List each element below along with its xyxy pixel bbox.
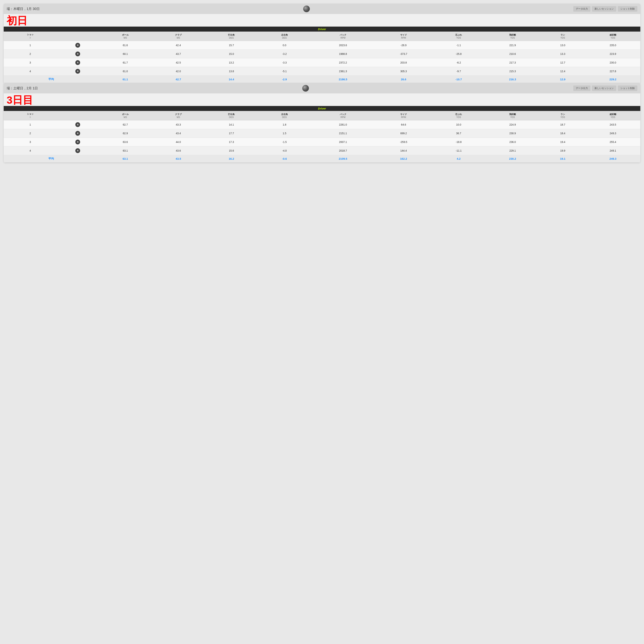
cell-r2-c5: -1.5 bbox=[258, 138, 311, 146]
cell-r3-c0: 4 bbox=[4, 146, 57, 155]
cell-r0-c3: 43.3 bbox=[152, 120, 205, 129]
cell-r1-c10: 13.3 bbox=[540, 50, 586, 58]
btn-新しいセッション[interactable]: 新しいセッション bbox=[592, 6, 616, 12]
cell-r0-c7: -28.9 bbox=[375, 41, 432, 50]
cell-r1-c11: 223.9 bbox=[585, 50, 640, 58]
cell-r0-c0: 1 bbox=[4, 41, 57, 50]
avg-cell-11: 229.2 bbox=[585, 76, 640, 83]
session-header: 場：木曜日，1月 30日データ出力新しいセッションショット削除 bbox=[4, 4, 640, 14]
cell-r0-c6: 2023.6 bbox=[311, 41, 375, 50]
avg-cell-9: 230.2 bbox=[485, 155, 540, 162]
cell-r1-c6: 1988.8 bbox=[311, 50, 375, 58]
col-header-4: 打出角DEG bbox=[205, 32, 258, 41]
cell-r1-c10: 18.4 bbox=[540, 129, 586, 138]
cell-r1-c0: 2 bbox=[4, 129, 57, 138]
col-header-11: 総距離YDS bbox=[585, 32, 640, 41]
avg-cell-8: -10.7 bbox=[432, 76, 485, 83]
btn-ショット削除[interactable]: ショット削除 bbox=[618, 6, 637, 12]
cell-r2-c11: 255.4 bbox=[585, 138, 640, 146]
day-label-text: 初日 bbox=[7, 16, 637, 26]
avg-cell-0: 平均 bbox=[4, 155, 99, 162]
cell-r1-c2: 62.9 bbox=[99, 129, 152, 138]
ball-badge: R bbox=[75, 131, 80, 136]
btn-ショット削除[interactable]: ショット削除 bbox=[618, 85, 637, 91]
cell-r0-c8: 10.0 bbox=[432, 120, 485, 129]
avg-cell-5: -2.9 bbox=[258, 76, 311, 83]
cell-r1-c1: R bbox=[57, 50, 99, 58]
cell-r1-c6: 2151.1 bbox=[311, 129, 375, 138]
cell-r0-c11: 243.5 bbox=[585, 120, 640, 129]
cell-r0-c9: 224.9 bbox=[485, 120, 540, 129]
club-bar: Driver bbox=[4, 106, 640, 111]
session-card-2: 場：土曜日，2月 1日データ出力新しいセッションショット削除3日目Driverシ… bbox=[4, 83, 640, 162]
cell-r1-c8: 36.7 bbox=[432, 129, 485, 138]
cell-r0-c1: R bbox=[57, 120, 99, 129]
col-header-7: サイドRPM bbox=[375, 32, 432, 41]
avg-cell-10: 12.9 bbox=[540, 76, 586, 83]
cell-r1-c5: -3.2 bbox=[258, 50, 311, 58]
ball-badge: R bbox=[75, 148, 80, 153]
cell-r2-c6: 2007.1 bbox=[311, 138, 375, 146]
cell-r3-c1: R bbox=[57, 146, 99, 155]
cell-r1-c3: 43.4 bbox=[152, 129, 205, 138]
col-header-6: バックRPM bbox=[311, 32, 375, 41]
cell-r2-c7: 203.8 bbox=[375, 58, 432, 67]
cell-r2-c8: -6.2 bbox=[432, 58, 485, 67]
cell-r3-c4: 15.6 bbox=[205, 146, 258, 155]
col-header-1 bbox=[57, 32, 99, 41]
header-buttons: データ出力新しいセッションショット削除 bbox=[573, 85, 637, 91]
cell-r0-c8: -1.1 bbox=[432, 41, 485, 50]
session-card-1: 場：木曜日，1月 30日データ出力新しいセッションショット削除初日Driverシ… bbox=[4, 4, 640, 83]
cell-r0-c10: 13.0 bbox=[540, 41, 586, 50]
avg-cell-7: 162.2 bbox=[375, 155, 432, 162]
col-header-0: ショット bbox=[4, 111, 57, 120]
cell-r1-c9: 230.9 bbox=[485, 129, 540, 138]
cell-r3-c2: 63.1 bbox=[99, 146, 152, 155]
avg-cell-9: 216.3 bbox=[485, 76, 540, 83]
table-row: 3R61.742.513.2-3.32372.2203.8-6.2217.312… bbox=[4, 58, 640, 67]
cell-r2-c9: 217.3 bbox=[485, 58, 540, 67]
cell-r2-c8: -18.8 bbox=[432, 138, 485, 146]
cell-r2-c2: 61.7 bbox=[99, 58, 152, 67]
avg-cell-4: 14.4 bbox=[205, 76, 258, 83]
avg-cell-11: 249.3 bbox=[585, 155, 640, 162]
avg-cell-2: 63.1 bbox=[99, 155, 152, 162]
cell-r3-c11: 249.1 bbox=[585, 146, 640, 155]
cell-r2-c1: R bbox=[57, 58, 99, 67]
cell-r1-c1: R bbox=[57, 129, 99, 138]
col-header-8: 芯ぶれYDS bbox=[432, 32, 485, 41]
cell-r0-c6: 2261.0 bbox=[311, 120, 375, 129]
cell-r3-c9: 215.3 bbox=[485, 67, 540, 76]
cell-r1-c4: 15.0 bbox=[205, 50, 258, 58]
cell-r2-c6: 2372.2 bbox=[311, 58, 375, 67]
cell-r0-c5: 0.0 bbox=[258, 41, 311, 50]
avg-row: 平均61.142.714.4-2.92186.526.6-10.7216.312… bbox=[4, 76, 640, 83]
col-header-3: クラブMS bbox=[152, 32, 205, 41]
avg-cell-0: 平均 bbox=[4, 76, 99, 83]
cell-r2-c11: 230.0 bbox=[585, 58, 640, 67]
col-header-0: ショット bbox=[4, 32, 57, 41]
ball-badge: R bbox=[75, 43, 80, 48]
btn-データ出力[interactable]: データ出力 bbox=[573, 85, 590, 91]
btn-データ出力[interactable]: データ出力 bbox=[573, 6, 590, 12]
col-header-1 bbox=[57, 111, 99, 120]
cell-r2-c9: 236.0 bbox=[485, 138, 540, 146]
table-row: 4R63.143.615.6-4.02018.7144.4-11.1229.11… bbox=[4, 146, 640, 155]
avg-row: 平均63.143.516.2-0.62109.5162.24.2230.219.… bbox=[4, 155, 640, 162]
cell-r3-c0: 4 bbox=[4, 67, 57, 76]
cell-r3-c6: 2361.3 bbox=[311, 67, 375, 76]
cell-r1-c8: -25.8 bbox=[432, 50, 485, 58]
cell-r2-c10: 12.7 bbox=[540, 58, 586, 67]
cell-r2-c0: 3 bbox=[4, 138, 57, 146]
table-row: 1R61.642.415.70.02023.6-28.9-1.1221.913.… bbox=[4, 41, 640, 50]
col-header-9: 飛距離YDS bbox=[485, 111, 540, 120]
day-label: 初日 bbox=[4, 14, 640, 27]
ball-badge: R bbox=[75, 60, 80, 65]
btn-新しいセッション[interactable]: 新しいセッション bbox=[592, 85, 616, 91]
avg-cell-6: 2109.5 bbox=[311, 155, 375, 162]
cell-r0-c9: 221.9 bbox=[485, 41, 540, 50]
avg-cell-10: 19.1 bbox=[540, 155, 586, 162]
ball-icon bbox=[302, 85, 309, 92]
cell-r3-c7: 144.4 bbox=[375, 146, 432, 155]
data-table: ショットボールMSクラブMS打出角DEG左右角DEGバックRPMサイドRPM芯ぶ… bbox=[4, 111, 640, 162]
